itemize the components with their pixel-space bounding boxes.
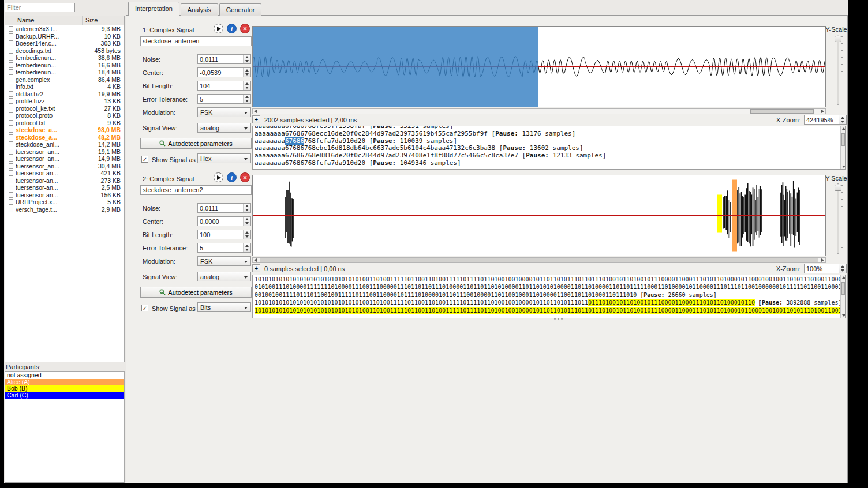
spin-down-icon[interactable] (841, 269, 844, 272)
close-signal-button[interactable]: ✕ (240, 24, 250, 33)
spinner-buttons[interactable] (243, 81, 250, 90)
vertical-scrollbar[interactable] (840, 275, 845, 318)
show-signal-checkbox[interactable] (141, 156, 148, 163)
participant-item[interactable]: Carl (C) (5, 392, 124, 399)
center-spinbox[interactable]: 0,0000 (197, 216, 251, 226)
x-zoom-value: 424195% (806, 117, 833, 123)
info-button[interactable]: i (227, 172, 237, 182)
scrollbar-thumb[interactable] (260, 258, 818, 262)
spin-down-icon[interactable] (245, 60, 249, 62)
spinner-buttons[interactable] (243, 95, 250, 103)
scroll-down-icon[interactable] (842, 314, 845, 317)
spin-up-icon[interactable] (245, 205, 249, 207)
signal-view-dropdown[interactable]: analog (197, 272, 251, 281)
participant-item[interactable]: not assigned (5, 372, 124, 379)
spin-down-icon[interactable] (245, 222, 249, 224)
scroll-left-icon[interactable] (254, 110, 257, 113)
info-button[interactable]: i (227, 24, 237, 33)
bit-length-label: Bit Length: (143, 82, 173, 89)
signal-plot[interactable] (252, 175, 826, 256)
play-button[interactable] (214, 172, 223, 182)
autodetect-button[interactable]: Autodetect parameters (140, 287, 252, 298)
message-line[interactable]: 1010101010101010101010101010101001101001… (255, 276, 844, 283)
message-line[interactable]: 1010101010101010101010101010101001101001… (255, 299, 844, 306)
spin-up-icon[interactable] (245, 82, 249, 85)
spin-up-icon[interactable] (245, 245, 249, 247)
spinner-buttons[interactable] (839, 115, 846, 124)
bit-length-spinbox[interactable]: 100 (197, 230, 251, 239)
bit-length-spinbox[interactable]: 104 (197, 81, 251, 91)
show-signal-dropdown[interactable]: Bits (197, 302, 251, 312)
spin-up-icon[interactable] (245, 218, 249, 220)
tab-generator[interactable]: Generator (219, 3, 262, 16)
scroll-up-icon[interactable] (842, 276, 845, 279)
spin-down-icon[interactable] (245, 87, 249, 89)
horizontal-scrollbar[interactable] (252, 257, 826, 263)
spin-down-icon[interactable] (245, 209, 249, 211)
scroll-down-icon[interactable] (842, 166, 845, 168)
scrollbar-thumb[interactable] (841, 133, 845, 146)
signal-name-input[interactable]: steckdose_anlernen (140, 36, 252, 46)
selection-region[interactable] (253, 27, 538, 107)
spin-up-icon[interactable] (841, 265, 844, 268)
close-signal-button[interactable]: ✕ (240, 172, 250, 182)
message-line[interactable]: aaaaaaaa67686768fcfa7da910d20 [Pause: 10… (255, 160, 844, 167)
spinner-buttons[interactable] (243, 204, 250, 212)
show-signal-checkbox[interactable] (141, 305, 148, 311)
show-signal-dropdown[interactable]: Hex (197, 153, 251, 163)
spin-up-icon[interactable] (841, 117, 844, 119)
tab-interpretation[interactable]: Interpretation (128, 2, 179, 16)
error-tolerance-spinbox[interactable]: 5 (197, 243, 251, 253)
spinner-buttons[interactable] (243, 217, 250, 226)
spinner-buttons[interactable] (243, 68, 250, 77)
x-zoom-spinbox[interactable]: 424195% (804, 115, 847, 125)
spin-up-icon[interactable] (245, 69, 249, 72)
spin-down-icon[interactable] (245, 249, 249, 251)
zoom-in-button[interactable]: + (252, 115, 260, 123)
scroll-right-icon[interactable] (821, 110, 824, 113)
autodetect-button[interactable]: Autodetect parameters (140, 138, 252, 149)
zoom-in-button[interactable]: + (252, 264, 260, 272)
scroll-left-icon[interactable] (254, 258, 257, 262)
vertical-scrollbar[interactable] (840, 126, 845, 169)
spin-down-icon[interactable] (245, 73, 249, 76)
center-spinbox[interactable]: -0,0539 (197, 67, 251, 77)
spinner-buttons[interactable] (243, 230, 250, 239)
slider-handle[interactable] (835, 36, 841, 42)
scrollbar-thumb[interactable] (750, 109, 814, 114)
error-tolerance-spinbox[interactable]: 5 (197, 94, 251, 104)
spin-down-icon[interactable] (245, 100, 249, 102)
scroll-up-icon[interactable] (842, 127, 845, 130)
y-scale-slider[interactable] (834, 183, 844, 254)
horizontal-scrollbar[interactable] (252, 108, 826, 114)
modulation-dropdown[interactable]: FSK (197, 256, 251, 266)
spinner-buttons[interactable] (839, 264, 846, 273)
x-zoom-spinbox[interactable]: 100% (804, 264, 847, 273)
y-scale-slider[interactable] (834, 35, 844, 105)
spin-down-icon[interactable] (245, 235, 249, 238)
play-button[interactable] (214, 24, 223, 33)
message-line[interactable]: 0101001110100001111111010000111001110000… (255, 283, 844, 291)
noise-spinbox[interactable]: 0,0111 (197, 203, 251, 213)
filter-input[interactable] (5, 3, 75, 12)
spinner-buttons[interactable] (243, 55, 250, 63)
slider-handle[interactable] (835, 185, 841, 191)
modulation-dropdown[interactable]: FSK (197, 107, 251, 117)
signal-name-input[interactable]: steckdose_anlernen2 (140, 185, 252, 195)
spin-up-icon[interactable] (245, 56, 249, 58)
noise-spinbox[interactable]: 0,0111 (197, 54, 251, 64)
message-line[interactable]: 1010101010101010101010101010101001101001… (255, 307, 844, 314)
tab-analysis[interactable]: Analysis (181, 3, 218, 16)
message-line[interactable]: 0010010011110111011001001111101110011000… (255, 291, 844, 299)
splitter-handle[interactable] (373, 318, 743, 320)
spin-up-icon[interactable] (245, 96, 249, 98)
spin-up-icon[interactable] (245, 231, 249, 234)
message-list[interactable]: aaaaaaaa67686768fc99ff1598fbf [Pause: 35… (252, 126, 846, 170)
spinner-buttons[interactable] (243, 243, 250, 252)
signal-plot[interactable] (252, 26, 826, 107)
spin-down-icon[interactable] (841, 121, 844, 123)
message-list[interactable]: 1010101010101010101010101010101001101001… (252, 275, 846, 318)
scrollbar-thumb[interactable] (841, 282, 845, 295)
scroll-right-icon[interactable] (821, 258, 824, 262)
signal-view-dropdown[interactable]: analog (197, 123, 251, 133)
